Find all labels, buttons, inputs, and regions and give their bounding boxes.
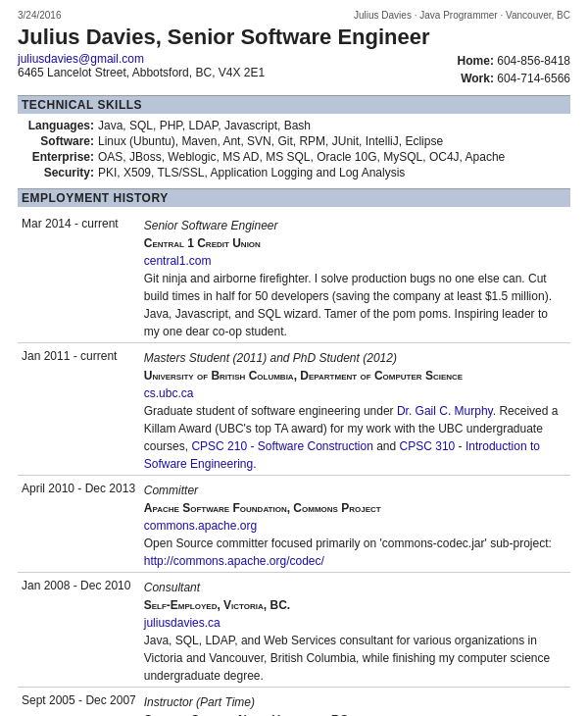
job-description: Graduate student of software engineering…: [144, 404, 559, 471]
skill-label: Enterprise:: [18, 149, 96, 165]
job-detail: Masters Student (2011) and PhD Student (…: [140, 343, 570, 476]
contact-row: juliusdavies@gmail.com 6465 Lancelot Str…: [18, 52, 570, 87]
skills-section-header: Technical Skills: [18, 95, 570, 114]
job-description: Git ninja and airborne firefighter. I so…: [144, 272, 552, 338]
home-label: Home:: [458, 54, 494, 68]
job-detail: Senior Software Engineer Central 1 Credi…: [140, 211, 570, 343]
employer-name: Capilano College, North Vancouver, BC.: [144, 711, 566, 716]
job-title: Committer: [144, 482, 566, 499]
top-bar-center: Julius Davies · Java Programmer · Vancou…: [354, 10, 570, 21]
skills-table: Languages: Java, SQL, PHP, LDAP, Javascr…: [18, 118, 570, 180]
employment-table: Mar 2014 - current Senior Software Engin…: [18, 211, 570, 716]
job-title: Senior Software Engineer: [144, 217, 566, 234]
skills-row: Languages: Java, SQL, PHP, LDAP, Javascr…: [18, 118, 570, 133]
job-sub-link[interactable]: http://commons.apache.org/codec/: [144, 554, 324, 568]
job-dates: Mar 2014 - current: [18, 211, 140, 343]
job-row: Jan 2008 - Dec 2010 Consultant Self-Empl…: [18, 573, 570, 688]
employer-name: Apache Software Foundation, Commons Proj…: [144, 499, 566, 517]
skill-label: Security:: [18, 165, 96, 180]
work-phone: 604-714-6566: [497, 72, 570, 85]
employer-name: Central 1 Credit Union: [144, 234, 566, 252]
skills-row: Software: Linux (Ubuntu), Maven, Ant, SV…: [18, 133, 570, 149]
job-row: April 2010 - Dec 2013 Committer Apache S…: [18, 476, 570, 573]
job-inline-link[interactable]: CPSC 210 - Software Construction: [191, 439, 372, 453]
job-detail: Committer Apache Software Foundation, Co…: [140, 476, 570, 573]
job-row: Mar 2014 - current Senior Software Engin…: [18, 211, 570, 343]
job-title: Instructor (Part Time): [144, 693, 566, 711]
employment-section-header: Employment History: [18, 188, 570, 207]
employer-website[interactable]: commons.apache.org: [144, 519, 257, 533]
header: Julius Davies, Senior Software Engineer …: [18, 25, 570, 87]
job-detail: Consultant Self-Employed, Victoria, BC. …: [140, 573, 570, 688]
skill-value: OAS, JBoss, Weblogic, MS AD, MS SQL, Ora…: [96, 149, 570, 165]
job-desc-block: Git ninja and airborne firefighter. I so…: [144, 270, 566, 340]
employer-website[interactable]: juliusdavies.ca: [144, 616, 220, 630]
skill-label: Languages:: [18, 118, 96, 133]
job-inline-link[interactable]: Dr. Gail C. Murphy: [397, 404, 493, 418]
skill-label: Software:: [18, 133, 96, 149]
job-title: Consultant: [144, 579, 566, 596]
job-dates: Sept 2005 - Dec 2007: [18, 688, 140, 717]
contact-left: juliusdavies@gmail.com 6465 Lancelot Str…: [18, 52, 265, 79]
top-bar: 3/24/2016 Julius Davies · Java Programme…: [18, 10, 570, 21]
home-phone: 604-856-8418: [497, 54, 570, 68]
address-line: 6465 Lancelot Street, Abbotsford, BC, V4…: [18, 66, 265, 79]
employer-name: University of British Columbia, Departme…: [144, 367, 566, 384]
job-description: Java, SQL, LDAP, and Web Services consul…: [144, 634, 550, 683]
job-row: Jan 2011 - current Masters Student (2011…: [18, 343, 570, 476]
skills-row: Enterprise: OAS, JBoss, Weblogic, MS AD,…: [18, 149, 570, 165]
job-row: Sept 2005 - Dec 2007 Instructor (Part Ti…: [18, 688, 570, 717]
email-link[interactable]: juliusdavies@gmail.com: [18, 52, 144, 66]
employer-website[interactable]: central1.com: [144, 254, 212, 268]
skill-value: Java, SQL, PHP, LDAP, Javascript, Bash: [96, 118, 570, 133]
skills-row: Security: PKI, X509, TLS/SSL, Applicatio…: [18, 165, 570, 180]
job-dates: April 2010 - Dec 2013: [18, 476, 140, 573]
job-detail: Instructor (Part Time) Capilano College,…: [140, 688, 570, 717]
employer-name: Self-Employed, Victoria, BC.: [144, 596, 566, 614]
job-desc-block: Graduate student of software engineering…: [144, 402, 566, 473]
job-dates: Jan 2011 - current: [18, 343, 140, 476]
work-label: Work:: [461, 72, 494, 85]
skill-value: Linux (Ubuntu), Maven, Ant, SVN, Git, RP…: [96, 133, 570, 149]
job-title: Masters Student (2011) and PhD Student (…: [144, 349, 566, 367]
full-name-title: Julius Davies, Senior Software Engineer: [18, 25, 570, 50]
top-bar-date: 3/24/2016: [18, 10, 62, 21]
job-dates: Jan 2008 - Dec 2010: [18, 573, 140, 688]
job-desc-block: Open Source committer focused primarily …: [144, 535, 566, 570]
skill-value: PKI, X509, TLS/SSL, Application Logging …: [96, 165, 570, 180]
job-desc-block: Java, SQL, LDAP, and Web Services consul…: [144, 632, 566, 685]
employer-website[interactable]: cs.ubc.ca: [144, 386, 194, 400]
phone-block: Home: 604-856-8418 Work: 604-714-6566: [458, 52, 570, 87]
job-description: Open Source committer focused primarily …: [144, 537, 552, 550]
